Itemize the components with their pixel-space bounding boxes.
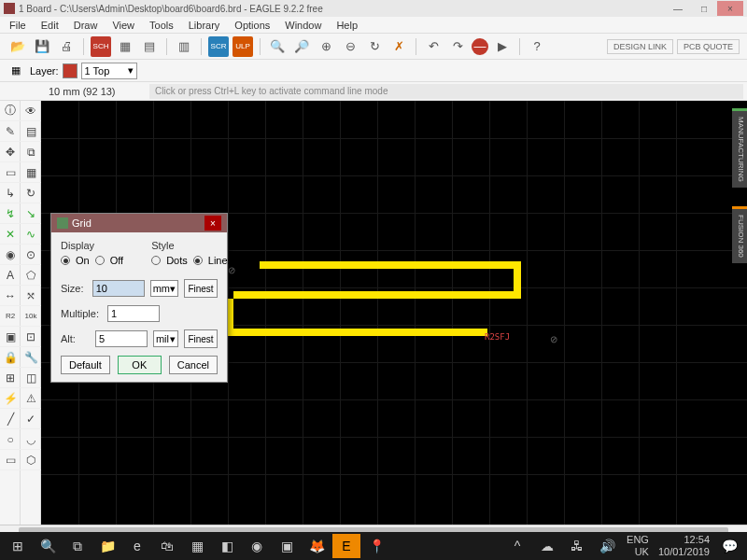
- size-unit-select[interactable]: mm▾: [150, 280, 178, 297]
- alt-unit-select[interactable]: mil▾: [153, 330, 178, 347]
- volume-icon[interactable]: 🔊: [593, 534, 621, 558]
- store-icon[interactable]: 🛍: [153, 534, 181, 558]
- zoom-in-icon[interactable]: 🔍: [267, 36, 288, 57]
- onedrive-icon[interactable]: ☁: [533, 534, 561, 558]
- menu-library[interactable]: Library: [183, 19, 226, 32]
- app2-icon[interactable]: ◧: [213, 534, 241, 558]
- ripup-tool-icon[interactable]: ✕: [0, 224, 21, 245]
- menu-options[interactable]: Options: [229, 19, 275, 32]
- close-button[interactable]: ×: [717, 1, 743, 16]
- help-icon[interactable]: ?: [527, 36, 547, 57]
- lock-tool-icon[interactable]: 🔒: [0, 347, 21, 368]
- dialog-titlebar[interactable]: Grid ×: [51, 214, 227, 232]
- language-indicator[interactable]: ENGUK: [623, 534, 653, 558]
- print-icon[interactable]: 🖨: [56, 36, 77, 57]
- erc-tool-icon[interactable]: ⚡: [0, 388, 21, 409]
- info-tool-icon[interactable]: ⓘ: [0, 101, 21, 121]
- show-tool-icon[interactable]: ✎: [0, 121, 21, 142]
- optimize-tool-icon[interactable]: ◫: [21, 368, 41, 388]
- explorer-icon[interactable]: 📁: [93, 534, 121, 558]
- menu-draw[interactable]: Draw: [68, 19, 104, 32]
- maximize-button[interactable]: □: [691, 1, 717, 16]
- start-button[interactable]: ⊞: [4, 534, 32, 558]
- sch-icon[interactable]: SCH: [91, 36, 111, 57]
- polygon-tool-icon[interactable]: ⬠: [21, 265, 41, 286]
- line-tool-icon[interactable]: ╱: [0, 409, 21, 429]
- value-tool-icon[interactable]: 10k: [21, 306, 41, 327]
- move-tool-icon[interactable]: ✥: [0, 142, 21, 162]
- route2-tool-icon[interactable]: ↘: [21, 203, 41, 224]
- command-line[interactable]: Click or press Ctrl+L key to activate co…: [149, 84, 743, 99]
- undo-icon[interactable]: ↶: [423, 36, 444, 57]
- dimension-tool-icon[interactable]: ↔: [0, 286, 21, 306]
- clock[interactable]: 12:5410/01/2019: [655, 534, 713, 558]
- notifications-icon[interactable]: 💬: [715, 534, 743, 558]
- edge-icon[interactable]: e: [123, 534, 151, 558]
- layer-color-swatch[interactable]: [63, 63, 78, 78]
- text-tool-icon[interactable]: A: [0, 265, 21, 286]
- mirror-tool-icon[interactable]: ▭: [0, 162, 21, 183]
- zoom-select-icon[interactable]: ⊖: [340, 36, 360, 57]
- alt-input[interactable]: [95, 330, 148, 347]
- network-icon[interactable]: 🖧: [563, 534, 591, 558]
- ratsnest-tool-icon[interactable]: ⊞: [0, 368, 21, 388]
- app4-icon[interactable]: 📍: [362, 534, 390, 558]
- mark-tool-icon[interactable]: ✓: [21, 409, 41, 429]
- cancel-icon[interactable]: ✗: [388, 36, 409, 57]
- layer-dropdown[interactable]: 1 Top▾: [81, 63, 137, 79]
- alt-finest-button[interactable]: Finest: [184, 329, 218, 348]
- hole-tool-icon[interactable]: ⊙: [21, 245, 41, 265]
- rect-tool-icon[interactable]: ▭: [0, 450, 21, 470]
- firefox-icon[interactable]: 🦊: [303, 534, 331, 558]
- menu-file[interactable]: File: [4, 19, 32, 32]
- design-link-button[interactable]: DESIGN LINK: [607, 39, 673, 54]
- scr-icon[interactable]: SCR: [208, 36, 229, 57]
- pcb-quote-button[interactable]: PCB QUOTE: [677, 39, 740, 54]
- arc-tool-icon[interactable]: ◡: [21, 429, 41, 450]
- drc-tool-icon[interactable]: ⚠: [21, 388, 41, 409]
- menu-help[interactable]: Help: [331, 19, 363, 32]
- style-lines-radio[interactable]: [193, 256, 203, 265]
- split-tool-icon[interactable]: ⤲: [21, 286, 41, 306]
- default-button[interactable]: Default: [61, 356, 110, 374]
- menu-window[interactable]: Window: [279, 19, 327, 32]
- rotate-tool-icon[interactable]: ↻: [21, 183, 41, 203]
- eagle-taskbar-icon[interactable]: E: [332, 534, 360, 558]
- circle-tool-icon[interactable]: ○: [0, 429, 21, 450]
- fusion360-tab[interactable]: FUSION 360: [732, 206, 747, 263]
- size-finest-button[interactable]: Finest: [184, 279, 218, 298]
- chrome-icon[interactable]: ◉: [243, 534, 271, 558]
- search-icon[interactable]: 🔍: [34, 534, 62, 558]
- grid-icon[interactable]: ▦: [7, 63, 24, 79]
- sheet-icon[interactable]: ▤: [139, 36, 160, 57]
- tray-up-icon[interactable]: ^: [503, 534, 531, 558]
- eye-tool-icon[interactable]: 👁: [21, 101, 41, 121]
- go-icon[interactable]: ▶: [492, 36, 513, 57]
- save-icon[interactable]: 💾: [32, 36, 52, 57]
- display-off-radio[interactable]: [95, 256, 105, 265]
- cancel-button[interactable]: Cancel: [169, 356, 218, 374]
- manufacturing-tab[interactable]: MANUFACTURING: [732, 108, 747, 188]
- copy-tool-icon[interactable]: ⧉: [21, 142, 41, 162]
- menu-view[interactable]: View: [106, 19, 140, 32]
- app1-icon[interactable]: ▦: [183, 534, 211, 558]
- app3-icon[interactable]: ▣: [273, 534, 301, 558]
- menu-edit[interactable]: Edit: [35, 19, 64, 32]
- ulp-icon[interactable]: ULP: [233, 36, 253, 57]
- zoom-out-icon[interactable]: 🔎: [291, 36, 312, 57]
- size-input[interactable]: [92, 280, 145, 297]
- paste-tool-icon[interactable]: ▣: [0, 327, 21, 347]
- route-tool-icon[interactable]: ↳: [0, 183, 21, 203]
- library-icon[interactable]: ▥: [174, 36, 194, 57]
- redo-icon[interactable]: ↷: [447, 36, 468, 57]
- change-tool-icon[interactable]: 🔧: [21, 347, 41, 368]
- zoom-fit-icon[interactable]: ⊕: [316, 36, 336, 57]
- via-tool-icon[interactable]: ◉: [0, 245, 21, 265]
- poly-tool-icon[interactable]: ⬡: [21, 450, 41, 470]
- multiple-input[interactable]: [107, 305, 160, 322]
- board-icon[interactable]: ▦: [115, 36, 135, 57]
- redraw-icon[interactable]: ↻: [364, 36, 385, 57]
- layer-tool-icon[interactable]: ▤: [21, 121, 41, 142]
- meander-tool-icon[interactable]: ∿: [21, 224, 41, 245]
- open-icon[interactable]: 📂: [7, 36, 28, 57]
